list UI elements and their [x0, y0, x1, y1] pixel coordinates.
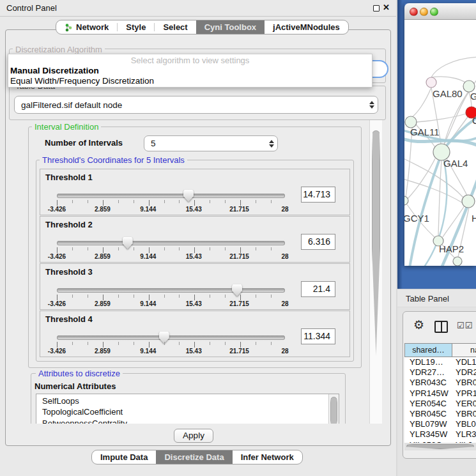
minimize-traffic-light[interactable] — [420, 8, 428, 16]
combo-stepper-icon — [266, 140, 277, 148]
tab-network[interactable]: Network — [56, 20, 117, 34]
tick-label: 2.859 — [95, 300, 111, 307]
scrollbar-thumb[interactable] — [372, 130, 380, 355]
threshold-4-value-field[interactable]: 11.344 — [301, 328, 335, 344]
number-of-intervals-combobox[interactable]: 5 — [144, 135, 278, 151]
tab-cyni-toolbox[interactable]: Cyni Toolbox — [196, 20, 265, 34]
tab-impute-data[interactable]: Impute Data — [92, 450, 156, 464]
tick-label: 21.715 — [229, 300, 249, 307]
split-columns-icon[interactable] — [434, 321, 448, 333]
tick-label: 9.144 — [140, 253, 156, 260]
column-header-shared[interactable]: shared… — [404, 343, 452, 357]
table-row[interactable]: YER054CYER0 — [404, 399, 476, 409]
list-item[interactable]: TopologicalCoefficient — [36, 406, 328, 417]
float-window-icon[interactable] — [373, 5, 380, 12]
cell: YPR145W — [410, 388, 449, 398]
table-row[interactable]: YDR27…YDR2 — [404, 367, 476, 378]
threshold-3-label: Threshold 3 — [45, 267, 93, 277]
threshold-2-value-field[interactable]: 6.316 — [301, 234, 335, 250]
threshold-3-slider[interactable] — [57, 288, 285, 293]
threshold-1-slider[interactable] — [57, 194, 285, 198]
select-columns-icon[interactable]: ☑☑ — [457, 321, 473, 330]
tick-label: 21.715 — [229, 206, 249, 213]
tab-discretize-data[interactable]: Discretize Data — [156, 450, 232, 464]
node-gal80[interactable] — [426, 77, 436, 88]
screen: Control Panel ✕ Network Style Select Cyn… — [0, 0, 476, 476]
popup-option-equal-width-frequency[interactable]: Equal Width/Frequency Discretization — [10, 76, 154, 86]
tab-jactivemnodules[interactable]: jActiveMNodules — [265, 20, 348, 34]
algorithm-dropdown-popup: Select algorithm to view settings Manual… — [8, 54, 372, 88]
threshold-1-label: Threshold 1 — [45, 173, 93, 182]
settings-scrollbar[interactable] — [369, 120, 382, 424]
cell: YBR045C — [410, 409, 447, 418]
threshold-4-slider[interactable] — [57, 335, 285, 340]
tick-label: 15.43 — [186, 253, 202, 260]
table-row[interactable]: YBR045CYBR0 — [404, 409, 476, 419]
close-traffic-light[interactable] — [410, 8, 418, 16]
tab-select[interactable]: Select — [155, 20, 196, 34]
list-item[interactable]: BetweennessCentrality — [36, 418, 328, 424]
tab-infer-network[interactable]: Infer Network — [233, 450, 302, 464]
tick-label: 9.144 — [140, 348, 156, 355]
tick-label: 28 — [281, 348, 288, 355]
threshold-3-value-field[interactable]: 21.4 — [301, 281, 335, 297]
table-row[interactable]: YBR043CYBR0 — [404, 378, 476, 388]
tick-label: -3.426 — [48, 300, 66, 307]
cell: YLR3 — [456, 429, 476, 439]
tab-style[interactable]: Style — [118, 20, 154, 34]
table-horizontal-scrollbar[interactable] — [404, 443, 476, 450]
network-window-titlebar[interactable] — [404, 3, 476, 20]
tick-label: 21.715 — [229, 348, 249, 355]
popup-option-manual-discretization[interactable]: Manual Discretization — [10, 66, 99, 75]
zoom-traffic-light[interactable] — [430, 8, 438, 16]
tick-label: -3.426 — [48, 253, 66, 260]
node-label-h: H — [472, 213, 476, 224]
table-row[interactable]: YPR145WYPR1 — [404, 388, 476, 399]
threshold-2-slider[interactable] — [57, 241, 285, 245]
slider-tick-labels: -3.426 2.859 9.144 15.43 21.715 28 — [57, 348, 285, 355]
control-panel-titlebar: Control Panel ✕ — [0, 0, 396, 17]
tick-label: 28 — [281, 206, 288, 213]
tab-network-label: Network — [76, 22, 109, 32]
node-gcy1[interactable] — [404, 196, 408, 205]
slider-tick-labels: -3.426 2.859 9.144 15.43 21.715 28 — [57, 300, 285, 308]
tick-label: 15.43 — [186, 300, 202, 307]
combo-stepper-icon — [366, 101, 378, 109]
threshold-1-value-field[interactable]: 14.713 — [301, 187, 335, 203]
scrollbar-thumb[interactable] — [330, 397, 337, 424]
threshold-4-panel: Threshold 4 -3.426 2.859 9.144 15.43 21.… — [40, 311, 350, 357]
node-h[interactable] — [462, 195, 475, 208]
desktop-shadow — [397, 0, 403, 289]
threshold-1-panel: Threshold 1 -3.426 2.859 9.144 15.43 21.… — [40, 169, 350, 215]
list-scrollbar[interactable] — [328, 394, 339, 424]
cell: YDR2 — [456, 367, 476, 377]
thresholds-group-label: Threshold's Coordinates for 5 Intervals — [40, 155, 187, 165]
numerical-attributes-list: SelfLoops TopologicalCoefficient Between… — [36, 394, 339, 424]
tab-infer-network-label: Infer Network — [241, 452, 294, 462]
slider-tick-labels: -3.426 2.859 9.144 15.43 21.715 28 — [57, 253, 285, 261]
network-canvas[interactable]: GAL80 GA C GAL11 GAL4 GCY1 H HAP2 — [404, 20, 476, 266]
node-label-gal11: GAL11 — [410, 127, 440, 137]
tick-label: 2.859 — [95, 253, 111, 260]
table-data-combobox[interactable]: galFiltered.sif default node — [14, 96, 378, 114]
gear-icon[interactable]: ⚙ — [413, 318, 424, 332]
column-header-name[interactable]: na — [452, 343, 476, 357]
table-row[interactable]: YBL079WYBL0 — [404, 419, 476, 429]
cell: YER054C — [410, 399, 447, 408]
cell: YLR345W — [410, 429, 447, 439]
node-bottom[interactable] — [453, 257, 462, 266]
list-item[interactable]: SelfLoops — [36, 395, 328, 406]
table-row[interactable]: YDL19…YDL1 — [404, 357, 476, 367]
network-graph: GAL80 GA C GAL11 GAL4 GCY1 H HAP2 — [404, 20, 476, 266]
apply-button[interactable]: Apply — [174, 429, 213, 443]
network-icon — [65, 23, 73, 32]
scrollbar-thumb[interactable] — [406, 444, 474, 449]
slider-ticks — [57, 295, 286, 300]
slider-ticks — [57, 342, 286, 348]
tick-label: 21.715 — [229, 253, 249, 260]
threshold-2-panel: Threshold 2 -3.426 2.859 9.144 15.43 21.… — [40, 216, 350, 263]
table-row[interactable]: YLR345WYLR3 — [404, 429, 476, 440]
close-icon[interactable]: ✕ — [383, 3, 390, 12]
node-label-c: C — [472, 115, 476, 126]
control-panel-tabs: Network Style Select Cyni Toolbox jActiv… — [56, 20, 349, 35]
